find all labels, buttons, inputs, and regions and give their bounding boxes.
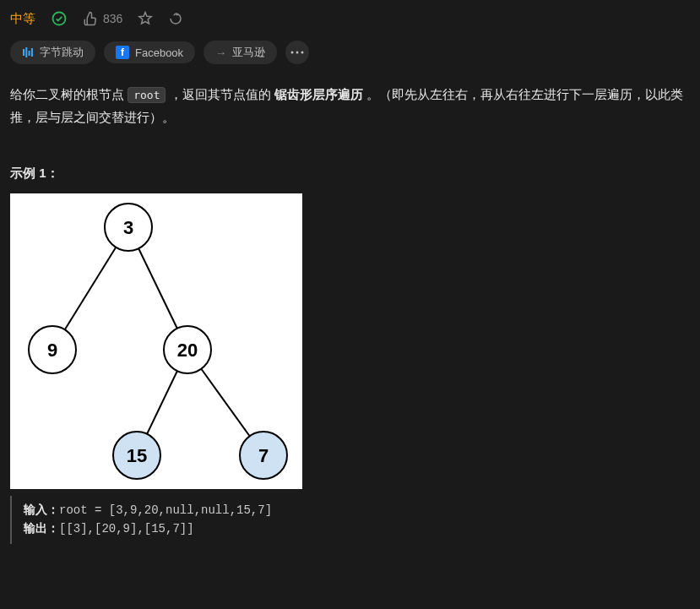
input-value: root = [3,9,20,null,null,15,7] xyxy=(59,503,272,517)
desc-text: 给你二叉树的根节点 xyxy=(10,87,128,101)
desc-bold: 锯齿形层序遍历 xyxy=(274,87,363,101)
tag-label: 亚马逊 xyxy=(232,45,265,60)
svg-rect-1 xyxy=(23,49,24,56)
tag-bytedance[interactable]: 字节跳动 xyxy=(10,41,95,64)
svg-line-10 xyxy=(147,371,177,434)
company-tags: 字节跳动 f Facebook → 亚马逊 xyxy=(10,41,690,64)
svg-text:3: 3 xyxy=(123,217,133,238)
input-label: 输入： xyxy=(24,503,59,517)
example-io: 输入：root = [3,9,20,null,null,15,7] 输出：[[3… xyxy=(10,496,690,544)
svg-rect-4 xyxy=(31,48,33,57)
like-count: 836 xyxy=(103,12,122,25)
svg-point-5 xyxy=(291,52,294,54)
problem-description: 给你二叉树的根节点 root ，返回其节点值的 锯齿形层序遍历 。（即先从左往右… xyxy=(10,83,690,128)
svg-rect-2 xyxy=(25,47,27,57)
tag-label: 字节跳动 xyxy=(40,45,84,60)
tag-facebook[interactable]: f Facebook xyxy=(104,41,195,63)
favorite-icon[interactable] xyxy=(138,11,153,26)
svg-text:9: 9 xyxy=(47,340,57,361)
tree-diagram: 3920157 xyxy=(10,193,302,489)
svg-text:20: 20 xyxy=(177,340,198,361)
output-line: 输出：[[3],[20,9],[15,7]] xyxy=(24,519,690,538)
check-icon[interactable] xyxy=(51,10,68,27)
problem-header: 中等 836 xyxy=(10,10,690,27)
svg-point-7 xyxy=(301,52,304,54)
like-button[interactable]: 836 xyxy=(83,11,122,26)
example-heading: 示例 1： xyxy=(10,166,690,182)
output-value: [[3],[20,9],[15,7]] xyxy=(59,522,194,536)
output-label: 输出： xyxy=(24,522,59,536)
svg-rect-3 xyxy=(29,51,30,56)
tag-label: Facebook xyxy=(135,46,183,59)
svg-line-11 xyxy=(201,369,249,437)
svg-text:7: 7 xyxy=(258,445,269,466)
input-line: 输入：root = [3,9,20,null,null,15,7] xyxy=(24,501,690,519)
amazon-icon: → xyxy=(215,46,226,59)
inline-code-root: root xyxy=(128,87,166,103)
bytedance-icon xyxy=(22,46,34,58)
share-icon[interactable] xyxy=(168,11,183,26)
difficulty-label: 中等 xyxy=(10,11,35,27)
tag-amazon[interactable]: → 亚马逊 xyxy=(203,41,277,64)
desc-text: ，返回其节点值的 xyxy=(166,87,274,101)
facebook-icon: f xyxy=(116,46,129,59)
more-tags-button[interactable] xyxy=(285,41,309,64)
svg-line-8 xyxy=(65,247,116,329)
svg-point-6 xyxy=(296,52,299,54)
svg-text:15: 15 xyxy=(127,445,147,466)
svg-line-9 xyxy=(138,248,177,329)
